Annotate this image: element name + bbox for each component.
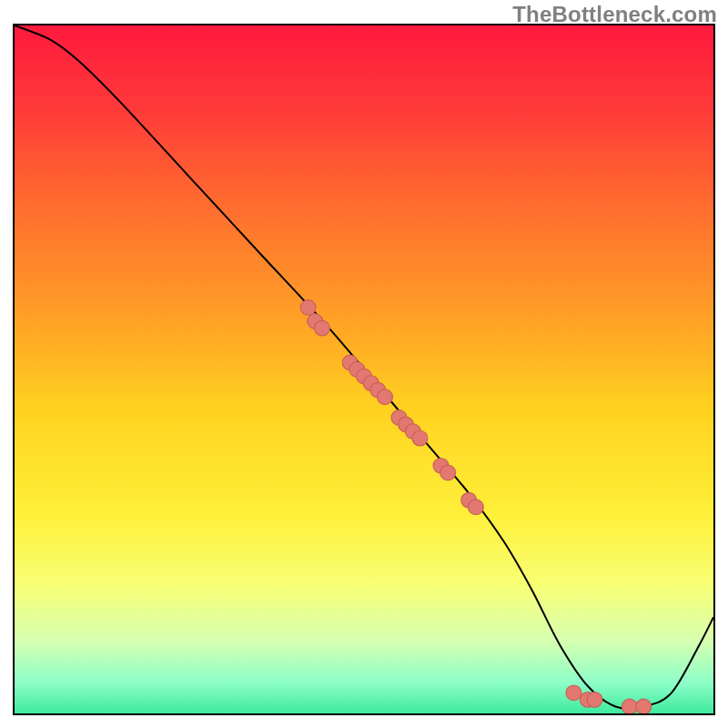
sample-dot <box>378 389 393 405</box>
chart-svg <box>15 25 713 713</box>
chart-stage: TheBottleneck.com <box>0 0 728 728</box>
sample-dots <box>300 300 652 714</box>
sample-dot <box>587 693 602 708</box>
sample-dot <box>412 430 428 446</box>
sample-dot <box>468 500 483 515</box>
sample-dot <box>622 699 637 714</box>
plot-frame <box>13 24 715 715</box>
sample-dot <box>636 699 652 714</box>
sample-dot <box>300 300 316 316</box>
sample-dot <box>440 465 456 480</box>
sample-dot <box>566 685 581 701</box>
sample-dot <box>314 320 329 336</box>
